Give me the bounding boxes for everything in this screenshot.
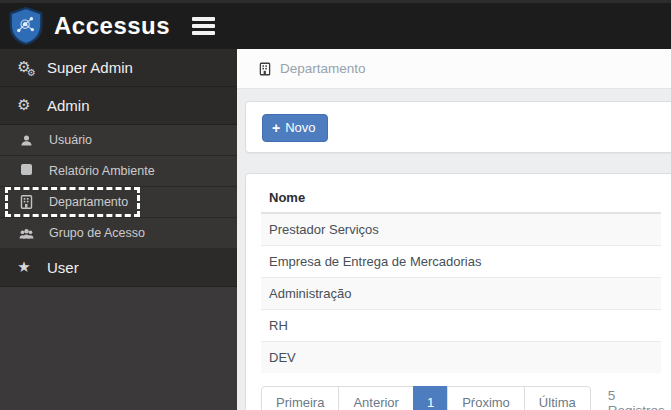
building-icon bbox=[16, 195, 36, 209]
table-row[interactable]: Prestador Serviços bbox=[261, 213, 661, 246]
sidebar-item-label: Usuário bbox=[49, 133, 92, 147]
table-panel: Nome Prestador Serviços Empresa de Entre… bbox=[245, 173, 671, 410]
sidebar-item-admin[interactable]: ⚙ Admin bbox=[0, 87, 237, 125]
cell-nome[interactable]: Empresa de Entrega de Mercadorias bbox=[261, 246, 661, 278]
pagination-next-button[interactable]: Pŕoximo bbox=[447, 386, 525, 410]
pagination-page-1-button[interactable]: 1 bbox=[413, 386, 448, 410]
sidebar-item-usuario[interactable]: Usuário bbox=[0, 125, 237, 156]
users-icon bbox=[16, 227, 36, 240]
sidebar-item-label: Admin bbox=[47, 97, 90, 114]
user-icon bbox=[16, 134, 36, 147]
plus-icon: + bbox=[272, 121, 280, 135]
table-row[interactable]: DEV bbox=[261, 342, 661, 374]
square-icon bbox=[16, 164, 36, 178]
sidebar-item-super-admin[interactable]: ⚙⚙ Super Admin bbox=[0, 49, 237, 87]
breadcrumb: Departamento bbox=[237, 49, 671, 89]
table-row[interactable]: Administração bbox=[261, 278, 661, 310]
departments-table: Nome Prestador Serviços Empresa de Entre… bbox=[261, 182, 661, 373]
breadcrumb-label: Departamento bbox=[280, 61, 366, 76]
hamburger-icon[interactable] bbox=[192, 14, 215, 39]
sidebar-item-label: Super Admin bbox=[47, 59, 133, 76]
app-window: Accessus ⚙⚙ Super Admin ⚙ Admin Usuário bbox=[0, 0, 671, 410]
sidebar-item-grupo-de-acesso[interactable]: Grupo de Acesso bbox=[0, 218, 237, 249]
toolbar-panel: + Novo bbox=[245, 101, 671, 153]
column-header-nome: Nome bbox=[261, 182, 661, 213]
sidebar-item-departamento[interactable]: Departamento bbox=[0, 187, 237, 218]
pagination-first-button[interactable]: Primeira bbox=[261, 386, 339, 410]
app-title: Accessus bbox=[54, 14, 170, 38]
sidebar-item-relatorio-ambiente[interactable]: Relatório Ambiente bbox=[0, 156, 237, 187]
table-row[interactable]: Empresa de Entrega de Mercadorias bbox=[261, 246, 661, 278]
cell-nome[interactable]: DEV bbox=[261, 342, 661, 374]
pagination: Primeira Anterior 1 Pŕoximo Última 5 Reg… bbox=[261, 386, 661, 410]
main-area: Departamento + Novo Nome Prestador bbox=[237, 49, 671, 410]
sidebar-item-label: Relatório Ambiente bbox=[49, 164, 155, 178]
new-button[interactable]: + Novo bbox=[262, 114, 328, 142]
new-button-label: Novo bbox=[285, 120, 315, 135]
gear-icon: ⚙ bbox=[14, 98, 34, 113]
table-row[interactable]: RH bbox=[261, 310, 661, 342]
shield-network-icon bbox=[8, 6, 44, 46]
cell-nome[interactable]: Administração bbox=[261, 278, 661, 310]
cogs-icon: ⚙⚙ bbox=[14, 60, 34, 75]
top-header: Accessus bbox=[0, 0, 671, 49]
cell-nome[interactable]: Prestador Serviços bbox=[261, 213, 661, 246]
star-icon: ★ bbox=[14, 260, 34, 275]
sidebar-item-label: Departamento bbox=[49, 195, 128, 209]
sidebar-item-label: User bbox=[47, 259, 79, 276]
sidebar: ⚙⚙ Super Admin ⚙ Admin Usuário Relatório… bbox=[0, 49, 237, 410]
sidebar-item-user[interactable]: ★ User bbox=[0, 249, 237, 287]
content-area: + Novo Nome Prestador Serviços Empresa d… bbox=[237, 89, 671, 410]
table-header-row: Nome bbox=[261, 182, 661, 213]
cell-nome[interactable]: RH bbox=[261, 310, 661, 342]
building-icon bbox=[259, 62, 271, 76]
sidebar-item-label: Grupo de Acesso bbox=[49, 226, 145, 240]
pagination-previous-button[interactable]: Anterior bbox=[338, 386, 414, 410]
records-count-label: 5 Registros bbox=[608, 388, 665, 410]
pagination-last-button[interactable]: Última bbox=[524, 386, 591, 410]
